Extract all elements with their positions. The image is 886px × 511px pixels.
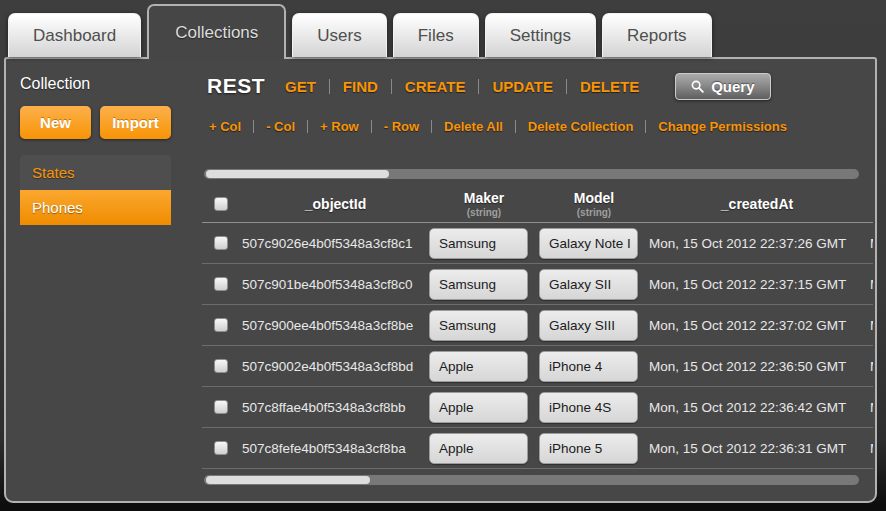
collections-panel: Collection New Import States Phones REST… — [4, 57, 877, 503]
table-header: _objectId Maker (string) Model (string) … — [202, 185, 873, 223]
delete-all-link[interactable]: Delete All — [444, 119, 503, 134]
select-all-checkbox[interactable] — [214, 197, 228, 211]
separator — [253, 120, 254, 133]
clipped-next-column: M — [865, 441, 873, 456]
tab-users[interactable]: Users — [292, 13, 386, 57]
sidebar-item-states[interactable]: States — [20, 155, 171, 190]
table-row: 507c8fefe4b0f5348a3cf8ba Apple iPhone 5 … — [202, 428, 873, 469]
sidebar-heading: Collection — [20, 75, 180, 93]
actions-toolbar: + Col - Col + Row - Row Delete All Delet… — [209, 119, 787, 134]
clipped-next-column: M — [865, 318, 873, 333]
separator — [307, 120, 308, 133]
sidebar-item-phones[interactable]: Phones — [20, 190, 171, 225]
tab-settings[interactable]: Settings — [485, 13, 596, 57]
created-at-cell: Mon, 15 Oct 2012 22:36:31 GMT — [649, 441, 865, 456]
column-header-objectid: _objectId — [242, 196, 429, 212]
horizontal-scrollbar-top[interactable] — [204, 169, 859, 179]
created-at-cell: Mon, 15 Oct 2012 22:37:15 GMT — [649, 277, 865, 292]
separator — [329, 79, 330, 94]
model-field[interactable]: Galaxy SIII — [539, 310, 638, 341]
tab-dashboard[interactable]: Dashboard — [8, 13, 141, 57]
created-at-cell: Mon, 15 Oct 2012 22:37:02 GMT — [649, 318, 865, 333]
clipped-next-column: M — [865, 359, 873, 374]
tab-collections[interactable]: Collections — [147, 4, 286, 59]
column-header-maker-type: (string) — [467, 207, 501, 218]
rest-update-link[interactable]: UPDATE — [492, 78, 553, 95]
tab-files-label: Files — [418, 26, 454, 46]
maker-field[interactable]: Apple — [429, 433, 528, 464]
table-row: 507c901be4b0f5348a3cf8c0 Samsung Galaxy … — [202, 264, 873, 305]
maker-field[interactable]: Samsung — [429, 310, 528, 341]
delete-collection-link[interactable]: Delete Collection — [528, 119, 633, 134]
sidebar-item-states-label: States — [32, 164, 75, 181]
rest-find-link[interactable]: FIND — [343, 78, 378, 95]
tab-collections-label: Collections — [175, 23, 258, 43]
rest-create-link[interactable]: CREATE — [405, 78, 466, 95]
row-checkbox[interactable] — [214, 277, 228, 291]
object-id-cell: 507c9002e4b0f5348a3cf8bd — [242, 359, 429, 374]
column-header-maker-label: Maker — [464, 190, 504, 206]
separator — [371, 120, 372, 133]
maker-field[interactable]: Samsung — [429, 269, 528, 300]
maker-field[interactable]: Apple — [429, 392, 528, 423]
change-permissions-link[interactable]: Change Permissions — [658, 119, 787, 134]
table-row: 507c8ffae4b0f5348a3cf8bb Apple iPhone 4S… — [202, 387, 873, 428]
app-window: Dashboard Collections Users Files Settin… — [0, 0, 886, 511]
model-field[interactable]: iPhone 4S — [539, 392, 638, 423]
add-row-link[interactable]: + Row — [320, 119, 359, 134]
separator — [566, 79, 567, 94]
created-at-cell: Mon, 15 Oct 2012 22:36:50 GMT — [649, 359, 865, 374]
remove-row-link[interactable]: - Row — [384, 119, 419, 134]
maker-field[interactable]: Samsung — [429, 228, 528, 259]
sidebar-buttons: New Import — [20, 106, 180, 139]
maker-field[interactable]: Apple — [429, 351, 528, 382]
row-checkbox[interactable] — [214, 441, 228, 455]
object-id-cell: 507c8fefe4b0f5348a3cf8ba — [242, 441, 429, 456]
table-row: 507c9002e4b0f5348a3cf8bd Apple iPhone 4 … — [202, 346, 873, 387]
tab-dashboard-label: Dashboard — [33, 26, 116, 46]
clipped-next-column: M — [865, 277, 873, 292]
rest-title: REST — [207, 74, 265, 98]
model-field[interactable]: Galaxy SII — [539, 269, 638, 300]
query-button-label: Query — [711, 78, 754, 95]
object-id-cell: 507c901be4b0f5348a3cf8c0 — [242, 277, 429, 292]
tab-files[interactable]: Files — [393, 13, 479, 57]
import-button[interactable]: Import — [100, 106, 171, 139]
rest-delete-link[interactable]: DELETE — [580, 78, 639, 95]
row-checkbox[interactable] — [214, 359, 228, 373]
query-button[interactable]: Query — [675, 73, 770, 100]
sidebar: Collection New Import States Phones — [20, 75, 180, 225]
collection-list: States Phones — [20, 155, 171, 225]
scrollbar-thumb[interactable] — [206, 476, 370, 484]
tab-users-label: Users — [317, 26, 361, 46]
tab-settings-label: Settings — [510, 26, 571, 46]
row-checkbox[interactable] — [214, 236, 228, 250]
column-header-model-label: Model — [574, 190, 614, 206]
horizontal-scrollbar-bottom[interactable] — [204, 475, 859, 485]
clipped-next-column: M — [865, 400, 873, 415]
scrollbar-thumb[interactable] — [206, 170, 389, 178]
rest-get-link[interactable]: GET — [285, 78, 316, 95]
model-field[interactable]: iPhone 5 — [539, 433, 638, 464]
separator — [645, 120, 646, 133]
remove-column-link[interactable]: - Col — [266, 119, 295, 134]
clipped-next-column: M — [865, 236, 873, 251]
row-checkbox[interactable] — [214, 400, 228, 414]
column-header-maker: Maker (string) — [429, 190, 539, 218]
model-field[interactable]: iPhone 4 — [539, 351, 638, 382]
object-id-cell: 507c9026e4b0f5348a3cf8c1 — [242, 236, 429, 251]
model-field[interactable]: Galaxy Note I — [539, 228, 638, 259]
created-at-cell: Mon, 15 Oct 2012 22:37:26 GMT — [649, 236, 865, 251]
add-column-link[interactable]: + Col — [209, 119, 241, 134]
search-icon — [691, 80, 704, 93]
separator — [431, 120, 432, 133]
separator — [515, 120, 516, 133]
table-row: 507c9026e4b0f5348a3cf8c1 Samsung Galaxy … — [202, 223, 873, 264]
tab-reports[interactable]: Reports — [602, 13, 712, 57]
separator — [478, 79, 479, 94]
data-table: _objectId Maker (string) Model (string) … — [202, 169, 873, 485]
new-collection-button[interactable]: New — [20, 106, 91, 139]
created-at-cell: Mon, 15 Oct 2012 22:36:42 GMT — [649, 400, 865, 415]
row-checkbox[interactable] — [214, 318, 228, 332]
table-body: 507c9026e4b0f5348a3cf8c1 Samsung Galaxy … — [202, 223, 873, 469]
